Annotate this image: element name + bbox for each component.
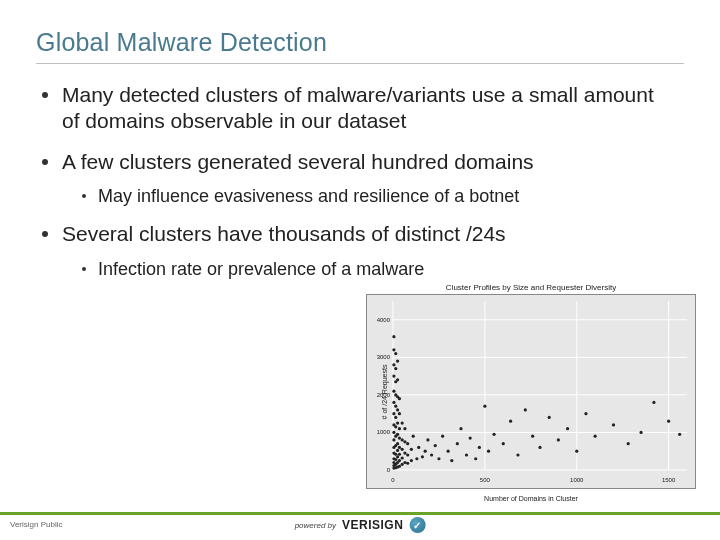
bullet-text: A few clusters generated several hundred… xyxy=(62,149,534,175)
bullet-text: Many detected clusters of malware/varian… xyxy=(62,82,674,135)
bullet-dot xyxy=(42,92,48,98)
svg-point-27 xyxy=(392,412,395,415)
svg-point-63 xyxy=(398,427,401,430)
svg-text:1500: 1500 xyxy=(662,477,676,483)
svg-point-95 xyxy=(469,436,472,439)
powered-by-text: powered by xyxy=(295,521,336,530)
svg-point-103 xyxy=(516,453,519,456)
svg-point-74 xyxy=(403,427,406,430)
bullet-text: May influence evasiveness and resilience… xyxy=(98,185,519,208)
svg-point-90 xyxy=(447,450,450,453)
svg-point-49 xyxy=(396,455,399,458)
svg-text:1000: 1000 xyxy=(570,477,584,483)
svg-point-61 xyxy=(398,446,401,449)
svg-point-107 xyxy=(548,416,551,419)
svg-point-70 xyxy=(401,421,404,424)
svg-point-101 xyxy=(502,442,505,445)
bullet-dot xyxy=(42,231,48,237)
svg-point-86 xyxy=(430,453,433,456)
svg-point-99 xyxy=(487,450,490,453)
svg-point-67 xyxy=(401,456,404,459)
svg-point-37 xyxy=(394,453,397,456)
svg-point-91 xyxy=(450,459,453,462)
svg-point-94 xyxy=(465,453,468,456)
bullet-dot xyxy=(82,194,86,198)
svg-point-105 xyxy=(531,435,534,438)
checkmark-icon: ✓ xyxy=(409,517,425,533)
svg-point-75 xyxy=(406,462,409,465)
svg-text:3000: 3000 xyxy=(377,354,391,360)
svg-point-59 xyxy=(398,459,401,462)
svg-point-115 xyxy=(639,431,642,434)
chart-title: Cluster Profiles by Size and Requester D… xyxy=(366,283,696,292)
svg-point-66 xyxy=(401,463,404,466)
svg-point-30 xyxy=(392,375,395,378)
svg-point-41 xyxy=(394,416,397,419)
svg-point-36 xyxy=(394,458,397,461)
bullet-level2: May influence evasiveness and resilience… xyxy=(82,185,684,208)
svg-point-42 xyxy=(394,405,397,408)
chart-container: Cluster Profiles by Size and Requester D… xyxy=(366,283,696,498)
chart-plot-area: # of /24 Requests Number of Domains in C… xyxy=(366,294,696,489)
slide-title: Global Malware Detection xyxy=(36,28,684,57)
svg-point-73 xyxy=(403,440,406,443)
svg-point-60 xyxy=(398,453,401,456)
svg-point-80 xyxy=(412,435,415,438)
chart-xlabel: Number of Domains in Cluster xyxy=(484,495,578,502)
svg-point-114 xyxy=(627,442,630,445)
bullet-level1: Many detected clusters of malware/varian… xyxy=(42,82,684,135)
svg-point-62 xyxy=(398,436,401,439)
svg-point-84 xyxy=(424,450,427,453)
svg-point-87 xyxy=(434,444,437,447)
svg-text:500: 500 xyxy=(480,477,491,483)
svg-point-108 xyxy=(557,438,560,441)
svg-point-92 xyxy=(456,442,459,445)
svg-point-96 xyxy=(474,457,477,460)
svg-point-104 xyxy=(524,408,527,411)
svg-point-71 xyxy=(403,461,406,464)
svg-text:2000: 2000 xyxy=(377,392,391,398)
svg-point-68 xyxy=(401,448,404,451)
content-area: Many detected clusters of malware/varian… xyxy=(36,82,684,280)
footer: Verisign Public powered by VERISIGN ✓ xyxy=(0,512,720,540)
bullet-dot xyxy=(42,159,48,165)
footer-classification: Verisign Public xyxy=(10,520,62,529)
svg-point-93 xyxy=(459,427,462,430)
svg-point-89 xyxy=(441,435,444,438)
svg-point-57 xyxy=(396,359,399,362)
bullet-dot xyxy=(82,267,86,271)
footer-accent-line xyxy=(0,512,720,515)
svg-point-117 xyxy=(667,420,670,423)
footer-logo: powered by VERISIGN ✓ xyxy=(295,517,426,533)
bullet-text: Infection rate or prevalence of a malwar… xyxy=(98,258,424,281)
svg-point-97 xyxy=(478,446,481,449)
svg-point-51 xyxy=(396,442,399,445)
svg-point-83 xyxy=(421,455,424,458)
svg-point-69 xyxy=(401,438,404,441)
title-divider xyxy=(36,63,684,64)
bullet-level1: A few clusters generated several hundred… xyxy=(42,149,684,175)
svg-point-40 xyxy=(394,425,397,428)
svg-point-100 xyxy=(492,433,495,436)
svg-point-81 xyxy=(415,457,418,460)
svg-point-88 xyxy=(437,457,440,460)
svg-point-45 xyxy=(394,367,397,370)
svg-point-32 xyxy=(392,348,395,351)
svg-point-29 xyxy=(392,390,395,393)
svg-point-56 xyxy=(396,378,399,381)
brand-text: VERISIGN xyxy=(342,518,403,532)
svg-text:1000: 1000 xyxy=(377,429,391,435)
svg-point-111 xyxy=(584,412,587,415)
svg-point-98 xyxy=(483,405,486,408)
svg-point-65 xyxy=(398,397,401,400)
svg-point-109 xyxy=(566,427,569,430)
svg-point-82 xyxy=(417,446,420,449)
svg-point-72 xyxy=(403,452,406,455)
svg-text:0: 0 xyxy=(387,467,391,473)
svg-point-118 xyxy=(678,433,681,436)
svg-point-28 xyxy=(392,401,395,404)
svg-point-79 xyxy=(410,448,413,451)
svg-point-106 xyxy=(538,446,541,449)
svg-point-78 xyxy=(410,459,413,462)
svg-point-64 xyxy=(398,412,401,415)
